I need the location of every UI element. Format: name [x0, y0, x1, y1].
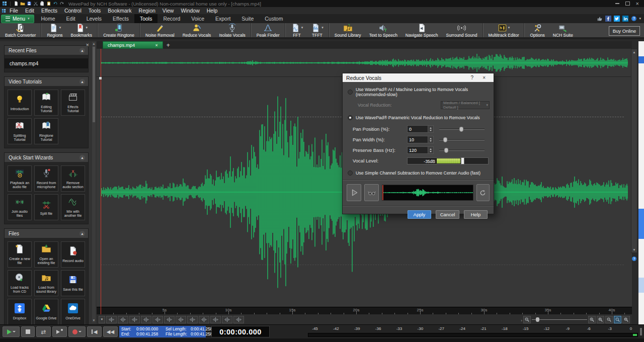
menu-bookmark[interactable]: Bookmark: [104, 8, 135, 14]
radio-ai-method[interactable]: [348, 90, 353, 95]
zoom-in-icon[interactable]: [588, 316, 596, 323]
collapse-icon[interactable]: ▲: [79, 231, 85, 236]
time-ruler[interactable]: 5s10s15s20s25s30s35s40s: [97, 307, 632, 315]
toolbar-sound-library[interactable]: Sound Library: [331, 22, 365, 38]
zoom-out-2-icon[interactable]: [605, 316, 613, 323]
undo-icon[interactable]: [53, 1, 58, 7]
toolbar-surround-sound[interactable]: Surround Sound: [442, 22, 481, 38]
play-from-marker-button[interactable]: [52, 326, 67, 337]
tile-introduction[interactable]: Introduction: [8, 90, 32, 116]
tile-dropbox[interactable]: Dropbox: [8, 299, 32, 324]
twitter-icon[interactable]: [613, 15, 620, 22]
toolbar-nch-suite[interactable]: NCH Suite: [549, 22, 577, 38]
panel-header[interactable]: Video Tutorials▲: [5, 77, 88, 86]
pencil-tool-icon[interactable]: [118, 316, 128, 323]
tile-editing-tutorial[interactable]: Editing Tutorial: [34, 90, 58, 116]
scroll-up-icon[interactable]: ▲: [631, 50, 637, 54]
reset-button[interactable]: [476, 184, 490, 201]
tile-record-from-microphone[interactable]: Record from microphone: [34, 165, 58, 192]
zoom-slider-thumb[interactable]: [536, 317, 539, 322]
menu-edit[interactable]: Edit: [22, 8, 38, 14]
collapse-toolbar-icon[interactable]: ▼: [99, 316, 105, 323]
chevron-down-icon[interactable]: ▾: [639, 17, 641, 21]
collapse-icon[interactable]: ▲: [79, 48, 85, 53]
menu-help[interactable]: Help: [203, 8, 221, 14]
zoom-slider[interactable]: [532, 316, 587, 323]
sidebar-scrollbar[interactable]: ▲ ▼: [92, 42, 96, 322]
tab-close-icon[interactable]: ×: [155, 43, 157, 48]
tile-effects-tutorial[interactable]: Effects Tutorial: [61, 90, 85, 116]
field-input-preserve-bass-hz[interactable]: [407, 146, 428, 154]
save-icon[interactable]: [27, 1, 32, 7]
slider-thumb[interactable]: [443, 137, 447, 142]
redo-icon[interactable]: [59, 1, 64, 7]
preview-listen-button[interactable]: [364, 184, 379, 201]
stop-button[interactable]: [21, 326, 35, 337]
scrub-tool-icon[interactable]: [187, 316, 198, 323]
scroll-down-icon[interactable]: ▼: [92, 319, 96, 322]
vertical-scrollbar[interactable]: ▲ ▼: [631, 49, 637, 253]
resize-handle[interactable]: [640, 328, 642, 335]
close-icon[interactable]: ×: [636, 1, 639, 6]
tile-save-this-file[interactable]: Save this file: [61, 270, 85, 296]
field-input-pan-width[interactable]: [407, 136, 428, 143]
new-file-icon[interactable]: [14, 1, 19, 7]
cut-icon[interactable]: [33, 1, 38, 7]
copy-icon[interactable]: [40, 1, 45, 7]
tile-mix-with-another-file[interactable]: Mix with another file: [61, 194, 85, 220]
clock-wave-tool-icon[interactable]: [164, 316, 175, 323]
menu-control[interactable]: Control: [61, 8, 85, 14]
tile-onedrive[interactable]: OneDrive: [61, 299, 85, 324]
zoom-all-icon[interactable]: [622, 316, 630, 323]
paste-icon[interactable]: [46, 1, 51, 7]
tile-split-file[interactable]: Split file: [34, 194, 58, 220]
collapse-icon[interactable]: ▲: [79, 79, 85, 84]
tile-load-from-sound-library[interactable]: Load from sound library: [34, 270, 58, 296]
tile-remove-audio-section[interactable]: Remove audio section: [61, 165, 85, 192]
tile-join-audio-files[interactable]: Join audio files: [8, 194, 32, 220]
step-tool-icon[interactable]: [199, 316, 209, 323]
tile-open-an-existing-file[interactable]: Open an existing file: [34, 241, 58, 268]
toolbar-isolate-vocals[interactable]: Isolate Vocals: [215, 22, 249, 38]
dialog-help-icon[interactable]: ?: [466, 75, 478, 80]
document-tab[interactable]: champs.mp4×: [103, 41, 163, 49]
apply-button[interactable]: Apply: [408, 210, 431, 219]
zoom-wave-tool-icon[interactable]: [129, 316, 140, 323]
toolbar-regions[interactable]: ▾Regions: [43, 22, 66, 38]
facebook-icon[interactable]: [605, 15, 611, 22]
tile-ringtone-tutorial[interactable]: Ringtone Tutorial: [34, 118, 58, 144]
toolbar-options[interactable]: Options: [526, 22, 548, 38]
toolbar-text-to-speech[interactable]: Text to Speech: [365, 22, 401, 38]
playback-cursor[interactable]: [101, 49, 101, 314]
vocal-reduction-select[interactable]: Medium / Balanced [ Default ]▾: [441, 101, 490, 109]
menu-button[interactable]: Menu▾: [1, 15, 34, 23]
tile-record-audio[interactable]: Record audio: [61, 241, 85, 268]
play-button[interactable]: [3, 326, 20, 337]
open-file-icon[interactable]: [20, 1, 25, 7]
toolbar-fft[interactable]: ▾FFT: [287, 22, 307, 38]
toolbar-batch-converter[interactable]: Batch Converter: [1, 22, 40, 38]
toolbar-tfft[interactable]: ▾TFFT: [307, 22, 328, 38]
select-wave-tool-icon[interactable]: [106, 316, 117, 323]
new-tab-button[interactable]: +: [167, 42, 170, 48]
menu-tools[interactable]: Tools: [85, 8, 105, 14]
menu-effects[interactable]: Effects: [38, 8, 61, 14]
rewind-button[interactable]: ◀◀: [103, 326, 118, 337]
multi-wave-tool-icon[interactable]: [141, 316, 151, 323]
fade-in-tool-icon[interactable]: [210, 316, 221, 323]
slider-thumb[interactable]: [459, 127, 463, 132]
menu-file[interactable]: File: [6, 8, 22, 14]
preview-waveform[interactable]: [382, 185, 473, 201]
tile-google-drive[interactable]: Google Drive: [34, 299, 58, 324]
help-icon[interactable]: ?: [630, 15, 637, 22]
record-button[interactable]: [68, 326, 86, 337]
skip-to-start-button[interactable]: ◀: [87, 326, 102, 337]
zoom-out-icon[interactable]: [523, 316, 531, 323]
panel-header[interactable]: Files▲: [5, 229, 88, 238]
help-button[interactable]: Help: [464, 210, 488, 219]
recent-file-item[interactable]: champs.mp4: [5, 58, 88, 68]
tile-playback-an-audio-file[interactable]: Playback an audio file: [8, 165, 32, 192]
percent-tool-icon[interactable]: [176, 316, 186, 323]
vocal-level-meter[interactable]: -35dB: [407, 157, 489, 164]
slider-thumb[interactable]: [444, 148, 448, 153]
